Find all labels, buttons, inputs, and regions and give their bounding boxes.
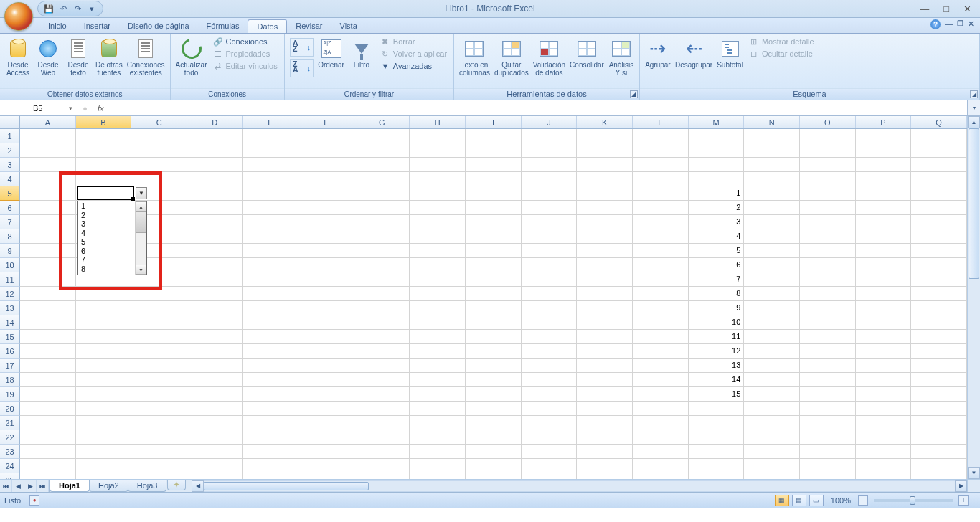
cell[interactable]: 3 xyxy=(689,215,745,229)
cell[interactable] xyxy=(633,172,689,186)
scroll-down-icon[interactable]: ▼ xyxy=(136,265,146,275)
row-header[interactable]: 15 xyxy=(0,330,20,344)
cell[interactable] xyxy=(522,301,578,315)
cell[interactable] xyxy=(76,129,132,143)
view-layout-button[interactable]: ▤ xyxy=(792,495,806,506)
cell[interactable] xyxy=(522,215,578,229)
sheet-tab[interactable]: Hoja2 xyxy=(89,480,128,492)
cell[interactable] xyxy=(187,272,243,287)
cell[interactable] xyxy=(20,430,76,445)
cell[interactable] xyxy=(856,186,912,201)
cell[interactable] xyxy=(577,186,633,201)
cell[interactable] xyxy=(856,387,912,402)
remove-dupes-button[interactable]: Quitar duplicados xyxy=(492,35,531,78)
cell[interactable] xyxy=(633,330,689,344)
cell[interactable] xyxy=(410,387,466,402)
cell[interactable] xyxy=(298,287,354,301)
cell[interactable] xyxy=(577,373,633,387)
cell[interactable] xyxy=(911,359,967,373)
cell[interactable] xyxy=(76,402,132,416)
cell[interactable] xyxy=(298,459,354,473)
cell[interactable] xyxy=(744,258,800,272)
cell[interactable] xyxy=(76,459,132,473)
cell[interactable] xyxy=(466,186,522,201)
cell[interactable] xyxy=(577,473,633,479)
cell[interactable] xyxy=(522,445,578,459)
cell[interactable] xyxy=(466,158,522,172)
cell[interactable] xyxy=(856,143,912,158)
redo-icon[interactable]: ↷ xyxy=(72,4,83,14)
cell[interactable] xyxy=(633,201,689,215)
cell[interactable] xyxy=(76,416,132,430)
cell[interactable] xyxy=(466,229,522,244)
scroll-up-icon[interactable]: ▲ xyxy=(136,201,146,212)
cell[interactable] xyxy=(689,402,745,416)
cell[interactable] xyxy=(354,445,410,459)
cell[interactable] xyxy=(410,244,466,258)
cell[interactable]: 14 xyxy=(689,373,745,387)
col-header[interactable]: C xyxy=(131,116,187,128)
cell[interactable] xyxy=(744,315,800,330)
cell[interactable] xyxy=(522,229,578,244)
macro-record-icon[interactable]: ● xyxy=(29,495,39,506)
cell[interactable] xyxy=(76,445,132,459)
cell[interactable] xyxy=(76,387,132,402)
zoom-in-button[interactable]: + xyxy=(958,495,969,506)
cell[interactable] xyxy=(243,244,299,258)
cell[interactable] xyxy=(800,344,856,359)
cell[interactable] xyxy=(243,186,299,201)
cell[interactable] xyxy=(633,229,689,244)
cell[interactable] xyxy=(298,359,354,373)
cell[interactable] xyxy=(744,215,800,229)
cell[interactable] xyxy=(243,158,299,172)
cell[interactable] xyxy=(522,416,578,430)
cell[interactable] xyxy=(187,359,243,373)
cell[interactable] xyxy=(131,359,187,373)
cell[interactable] xyxy=(911,143,967,158)
row-header[interactable]: 23 xyxy=(0,445,20,459)
cell[interactable] xyxy=(131,445,187,459)
col-header[interactable]: P xyxy=(856,116,912,128)
cell[interactable] xyxy=(466,402,522,416)
sort-desc-button[interactable]: ZA↓ xyxy=(290,59,314,77)
cell[interactable] xyxy=(744,244,800,258)
cell[interactable] xyxy=(466,258,522,272)
cell[interactable] xyxy=(187,172,243,186)
cell[interactable] xyxy=(187,143,243,158)
cell[interactable] xyxy=(354,129,410,143)
cell[interactable] xyxy=(187,387,243,402)
cell[interactable] xyxy=(800,445,856,459)
cell[interactable] xyxy=(20,330,76,344)
cell[interactable] xyxy=(522,186,578,201)
cell[interactable] xyxy=(800,359,856,373)
cell[interactable] xyxy=(466,387,522,402)
cell[interactable]: 11 xyxy=(689,330,745,344)
cell[interactable] xyxy=(410,430,466,445)
cell[interactable] xyxy=(20,473,76,479)
cell[interactable] xyxy=(410,258,466,272)
cell[interactable] xyxy=(298,158,354,172)
cell[interactable] xyxy=(298,201,354,215)
cell[interactable] xyxy=(187,244,243,258)
cell[interactable] xyxy=(187,344,243,359)
sort-asc-button[interactable]: AZ↓ xyxy=(290,38,314,57)
cell[interactable] xyxy=(187,186,243,201)
cell[interactable] xyxy=(20,186,76,201)
cell[interactable] xyxy=(856,430,912,445)
fx-icon[interactable]: fx xyxy=(98,104,104,113)
scroll-down-icon[interactable]: ▼ xyxy=(968,467,980,479)
col-header[interactable]: L xyxy=(633,116,689,128)
view-normal-button[interactable]: ▦ xyxy=(775,495,789,506)
cell[interactable] xyxy=(243,287,299,301)
cell[interactable]: 12 xyxy=(689,344,745,359)
cell[interactable] xyxy=(76,344,132,359)
cell[interactable] xyxy=(577,301,633,315)
cell[interactable] xyxy=(20,301,76,315)
cell[interactable] xyxy=(744,186,800,201)
cell[interactable]: 10 xyxy=(689,315,745,330)
cell[interactable] xyxy=(466,359,522,373)
row-header[interactable]: 5 xyxy=(0,186,20,201)
dropdown-scrollbar[interactable]: ▲ ▼ xyxy=(135,201,146,275)
existing-conn-button[interactable]: Conexiones existentes xyxy=(125,35,167,78)
cell[interactable] xyxy=(187,430,243,445)
